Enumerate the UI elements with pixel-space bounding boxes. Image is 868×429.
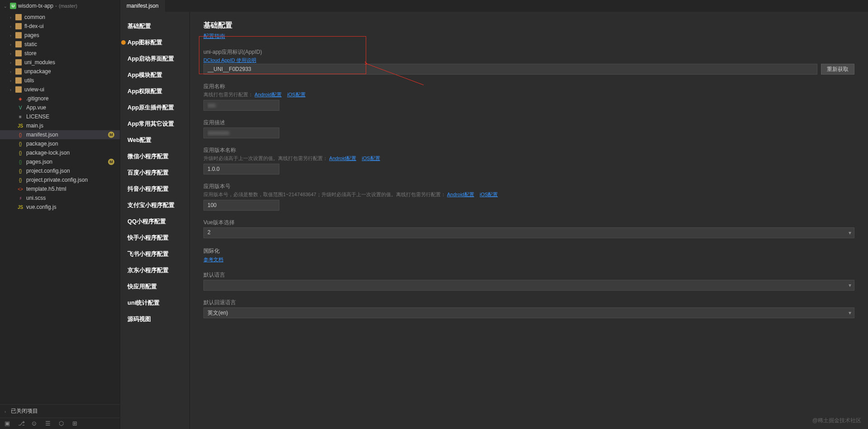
folder-item[interactable]: ›store — [0, 49, 120, 58]
ios-config-link-2[interactable]: iOS配置 — [362, 156, 380, 161]
nav-item[interactable]: QQ小程序配置 — [120, 213, 189, 230]
ios-config-link[interactable]: iOS配置 — [287, 92, 305, 97]
search-icon[interactable]: ⊙ — [32, 420, 39, 427]
nav-item[interactable]: 源码视图 — [120, 311, 189, 327]
file-icon: {} — [17, 132, 24, 138]
folder-icon — [15, 50, 22, 57]
project-branch: (master) — [59, 3, 77, 9]
tab-manifest[interactable]: manifest.json — [120, 0, 165, 12]
file-icon: V — [17, 104, 24, 111]
file-icon: {} — [17, 168, 24, 174]
nav-item[interactable]: 快应用配置 — [120, 278, 189, 295]
file-item[interactable]: {}project.config.json — [0, 166, 120, 175]
watermark: @稀土掘金技术社区 — [812, 417, 861, 424]
file-item[interactable]: {}package-lock.json — [0, 148, 120, 157]
nav-item[interactable]: 基础配置 — [120, 18, 189, 34]
nav-item[interactable]: App权限配置 — [120, 83, 189, 99]
nav-item[interactable]: 抖音小程序配置 — [120, 181, 189, 197]
debug-icon[interactable]: ☰ — [45, 420, 52, 427]
file-item[interactable]: {}project.private.config.json — [0, 175, 120, 184]
closed-projects[interactable]: › 已关闭项目 — [0, 404, 120, 418]
nav-item[interactable]: App启动界面配置 — [120, 51, 189, 67]
modified-badge: M — [108, 159, 114, 165]
folder-item[interactable]: ›common — [0, 13, 120, 22]
folder-icon — [15, 68, 22, 75]
vercode-input[interactable] — [203, 200, 279, 211]
i18n-title: 国际化 — [203, 247, 854, 255]
nav-item[interactable]: 微信小程序配置 — [120, 148, 189, 165]
chevron-right-icon: › — [10, 79, 14, 82]
nav-item[interactable]: 京东小程序配置 — [120, 262, 189, 278]
vuever-label: Vue版本选择 — [203, 219, 854, 226]
sidebar-footer: ▣ ⎇ ⊙ ☰ ⬡ ⊞ — [0, 418, 120, 429]
terminal-icon[interactable]: ▣ — [5, 420, 12, 427]
chevron-right-icon: › — [5, 410, 8, 413]
nav-item[interactable]: App模块配置 — [120, 67, 189, 83]
file-icon: {} — [17, 150, 24, 156]
folder-item[interactable]: ›uni_modules — [0, 58, 120, 67]
appname-input[interactable] — [203, 100, 279, 111]
deflang-select[interactable] — [203, 280, 854, 291]
vername-input[interactable] — [203, 164, 279, 174]
nav-item[interactable]: 飞书小程序配置 — [120, 246, 189, 262]
config-main: 基础配置 配置指南 uni-app应用标识(AppID) DCloud AppI… — [190, 12, 868, 429]
folder-icon — [15, 59, 22, 66]
nav-item[interactable]: App常用其它设置 — [120, 116, 189, 132]
project-header[interactable]: ⌄ U wisdom-tx-app - (master) — [0, 0, 120, 12]
guide-link[interactable]: 配置指南 — [203, 33, 225, 39]
vuever-select[interactable]: 2 — [203, 227, 854, 238]
nav-item[interactable]: App原生插件配置 — [120, 99, 189, 116]
extensions-icon[interactable]: ⊞ — [72, 420, 80, 427]
file-icon: {} — [17, 177, 24, 183]
folder-item[interactable]: ›fl-dex-ui — [0, 22, 120, 31]
modified-badge: M — [108, 132, 114, 138]
fallback-select[interactable]: 英文(en) — [203, 307, 854, 318]
android-config-link-3[interactable]: Android配置 — [447, 192, 474, 197]
project-icon: U — [10, 3, 16, 9]
ios-config-link-3[interactable]: iOS配置 — [480, 192, 498, 197]
chevron-right-icon: › — [10, 52, 14, 55]
file-item[interactable]: <>template.h5.html — [0, 184, 120, 193]
git-icon[interactable]: ⎇ — [18, 420, 25, 427]
file-item[interactable]: ≡LICENSE — [0, 112, 120, 121]
file-item[interactable]: ♯uni.scss — [0, 193, 120, 203]
vercode-label: 应用版本号 — [203, 183, 854, 190]
i18n-ref-link[interactable]: 参考文档 — [203, 257, 223, 262]
refetch-button[interactable]: 重新获取 — [821, 64, 854, 75]
appdesc-input[interactable] — [203, 127, 279, 138]
file-icon: JS — [17, 123, 24, 129]
file-item[interactable]: {}manifest.jsonM — [0, 130, 120, 139]
folder-icon — [15, 14, 22, 20]
android-config-link[interactable]: Android配置 — [255, 92, 282, 97]
folder-item[interactable]: ›utils — [0, 76, 120, 85]
nav-item[interactable]: Web配置 — [120, 132, 189, 148]
appid-help-link[interactable]: DCloud AppID 使用说明 — [203, 57, 256, 63]
folder-item[interactable]: ›pages — [0, 31, 120, 40]
file-icon: {} — [17, 159, 24, 165]
file-icon: {} — [17, 141, 24, 147]
file-item[interactable]: VApp.vue — [0, 103, 120, 112]
folder-item[interactable]: ›unpackage — [0, 67, 120, 76]
chevron-down-icon: ⌄ — [4, 4, 8, 8]
file-item[interactable]: JSmain.js — [0, 121, 120, 130]
android-config-link-2[interactable]: Android配置 — [329, 156, 356, 161]
nav-item[interactable]: App图标配置 — [120, 34, 189, 51]
folder-item[interactable]: ›uview-ui — [0, 85, 120, 94]
nav-item[interactable]: 百度小程序配置 — [120, 165, 189, 181]
deflang-label: 默认语言 — [203, 271, 854, 279]
run-icon[interactable]: ⬡ — [59, 420, 66, 427]
file-item[interactable]: {}pages.jsonM — [0, 157, 120, 166]
file-item[interactable]: JSvue.config.js — [0, 203, 120, 212]
folder-icon — [15, 23, 22, 29]
nav-item[interactable]: 快手小程序配置 — [120, 230, 189, 246]
nav-item[interactable]: 支付宝小程序配置 — [120, 197, 189, 213]
vername-label: 应用版本名称 — [203, 146, 854, 154]
file-item[interactable]: {}package.json — [0, 139, 120, 148]
folder-item[interactable]: ›static — [0, 40, 120, 49]
nav-item[interactable]: uni统计配置 — [120, 295, 189, 311]
file-icon: ♯ — [17, 195, 24, 201]
appdesc-label: 应用描述 — [203, 119, 854, 127]
file-item[interactable]: ◈.gitignore — [0, 94, 120, 103]
appid-input[interactable] — [203, 64, 817, 75]
project-name: wisdom-tx-app — [18, 3, 53, 9]
